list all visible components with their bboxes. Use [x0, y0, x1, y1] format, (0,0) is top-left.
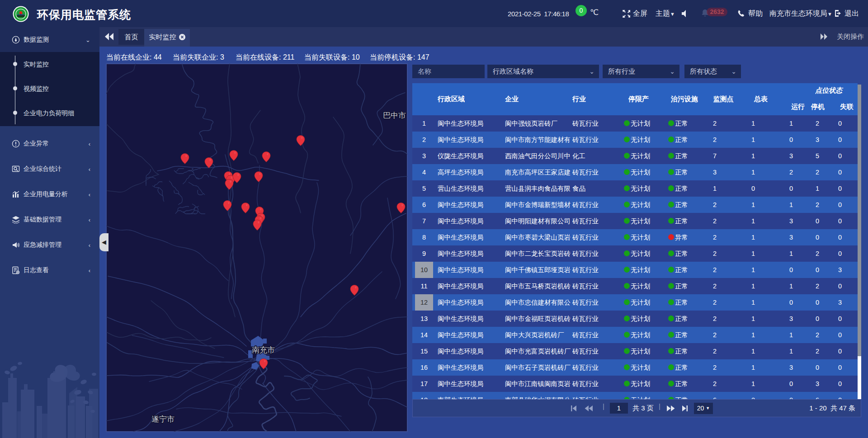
svg-text:南充市: 南充市 — [252, 346, 275, 354]
svg-text:巴中市: 巴中市 — [383, 111, 406, 120]
svg-text:遂宁市: 遂宁市 — [151, 415, 175, 424]
